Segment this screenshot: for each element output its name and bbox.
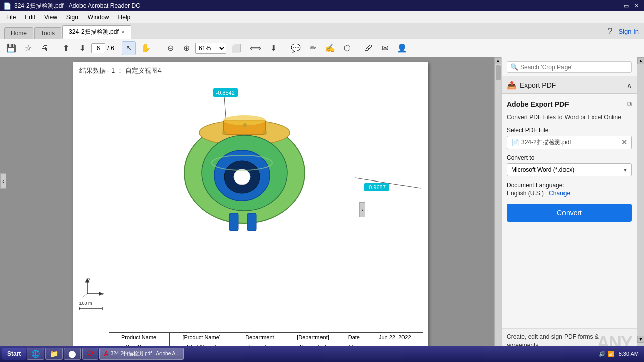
menu-window[interactable]: Window	[84, 13, 113, 22]
search-input-wrap: 🔍	[507, 61, 632, 73]
close-button[interactable]: ✕	[632, 1, 641, 10]
share-button[interactable]: 👤	[394, 41, 410, 55]
convert-select-wrap: Microsoft Word (*.docx) Microsoft Excel …	[507, 163, 632, 176]
scroll-mode-button[interactable]: ⟺	[247, 41, 264, 55]
zoom-in-button[interactable]: ⊕	[179, 41, 193, 55]
svg-point-15	[243, 123, 247, 127]
page-navigation: / 6	[91, 43, 114, 53]
right-panel: 🔍 📤 Export PDF ∧ Adobe Export PDF ⧉ Conv…	[501, 57, 637, 362]
tab-tools[interactable]: Tools	[34, 27, 61, 39]
search-input[interactable]	[520, 64, 628, 71]
page-header: 结果数据 - 1 ： 自定义视图4	[73, 62, 428, 77]
svg-rect-9	[247, 213, 256, 231]
export-collapse-button[interactable]: ∧	[627, 81, 632, 89]
department-label: Department	[234, 333, 285, 342]
mail-button[interactable]: ✉	[378, 41, 392, 55]
right-panel-scrollbar[interactable]: ▲ ▼	[637, 57, 644, 362]
right-scroll-down[interactable]: ▼	[637, 336, 644, 343]
taskbar-antivirus[interactable]: 🛡	[82, 348, 98, 360]
help-icon[interactable]: ?	[608, 26, 613, 37]
doc-language-value: English (U.S.)	[507, 190, 544, 197]
taskbar-acrobat[interactable]: A 324-2扫描检测.pdf - Adobe A...	[99, 348, 184, 360]
minimize-button[interactable]: ─	[612, 1, 621, 10]
tray-volume: 📶	[608, 351, 615, 357]
left-collapse-arrow[interactable]: ‹	[0, 173, 6, 189]
vertical-scrollbar[interactable]: ▲ ▼	[494, 57, 501, 362]
3d-model	[164, 93, 375, 304]
zoom-out-button[interactable]: ⊖	[163, 41, 177, 55]
convert-to-select[interactable]: Microsoft Word (*.docx) Microsoft Excel …	[507, 163, 632, 176]
menu-help[interactable]: Help	[114, 13, 135, 22]
prev-page-button[interactable]: ⬆	[59, 41, 73, 55]
taskbar-folder[interactable]: 📁	[45, 348, 63, 360]
title-bar: 📄 324-2扫描检测.pdf - Adobe Acrobat Reader D…	[0, 0, 644, 11]
taskbar-ie[interactable]: 🌐	[27, 348, 44, 360]
ie-icon: 🌐	[31, 350, 40, 358]
tab-close-button[interactable]: ×	[122, 29, 125, 35]
menu-view[interactable]: View	[40, 13, 61, 22]
highlight-button[interactable]: ✏	[306, 41, 320, 55]
tab-document[interactable]: 324-2扫描检测.pdf ×	[62, 25, 131, 39]
convert-button[interactable]: Convert	[507, 204, 632, 222]
toolbar-separator-1	[55, 43, 55, 54]
comment-button[interactable]: 💬	[288, 41, 304, 55]
app-icon: 📄	[3, 2, 11, 10]
fit-page-button[interactable]: ⬜	[228, 41, 245, 55]
tab-home[interactable]: Home	[4, 27, 33, 39]
zoom-select[interactable]: 61% 50% 75% 100% 125%	[195, 43, 226, 54]
print-preview-button[interactable]: 🖨	[37, 41, 51, 55]
save-button[interactable]: 💾	[3, 41, 19, 55]
menu-sign[interactable]: Sign	[62, 13, 83, 22]
scroll-up-arrow[interactable]: ▲	[495, 57, 502, 64]
sign-in-button[interactable]: Sign In	[619, 28, 639, 35]
doc-language-label: Document Language:	[507, 182, 632, 189]
file-name: 324-2扫描检测.pdf	[521, 138, 619, 147]
toolbar-separator-3	[284, 43, 284, 54]
selected-file-row: 📄 324-2扫描检测.pdf ✕	[507, 136, 632, 149]
change-language-link[interactable]: Change	[549, 190, 570, 197]
copy-icon[interactable]: ⧉	[627, 100, 632, 108]
svg-text:y: y	[88, 276, 90, 281]
clear-file-button[interactable]: ✕	[621, 138, 627, 146]
taskbar-acrobat-label: 324-2扫描检测.pdf - Adobe A...	[111, 350, 180, 357]
tab-document-label: 324-2扫描检测.pdf	[69, 28, 119, 36]
restore-button[interactable]: ▭	[622, 1, 631, 10]
menu-edit[interactable]: Edit	[21, 13, 39, 22]
scroll-down-button[interactable]: ⬇	[266, 41, 280, 55]
adobe-export-header: Adobe Export PDF ⧉	[507, 100, 632, 108]
current-page-input[interactable]	[91, 43, 105, 53]
taskbar-chrome[interactable]: ⬤	[64, 348, 81, 360]
folder-icon: 📁	[50, 350, 58, 358]
right-scroll-up[interactable]: ▲	[637, 57, 644, 64]
export-content: Adobe Export PDF ⧉ Convert PDF Files to …	[502, 94, 637, 328]
fill-sign-button[interactable]: 🖊	[362, 41, 376, 55]
scroll-thumb[interactable]	[496, 65, 501, 80]
title-bar-controls: ─ ▭ ✕	[612, 1, 641, 10]
search-box-area: 🔍	[502, 57, 637, 76]
menu-file[interactable]: File	[2, 13, 20, 22]
scale-bar	[79, 306, 105, 310]
toolbar-separator-4	[358, 43, 358, 54]
system-tray: 🔊 📶	[599, 351, 615, 357]
total-pages: 6	[111, 45, 114, 52]
toolbar: 💾 ☆ 🖨 ⬆ ⬇ / 6 ↖ ✋ ⊖ ⊕ 61% 50% 75% 100% 1…	[0, 39, 644, 57]
next-page-button[interactable]: ⬇	[75, 41, 89, 55]
export-pdf-header: 📤 Export PDF ∧	[502, 76, 637, 94]
date-value: Jun 22, 2022	[367, 333, 423, 342]
select-tool-button[interactable]: ↖	[122, 41, 136, 55]
draw-button[interactable]: ✍	[322, 41, 338, 55]
clock[interactable]: 8:30 AM	[619, 351, 639, 357]
export-title-row: 📤 Export PDF	[507, 80, 556, 90]
menu-bar: File Edit View Sign Window Help	[0, 11, 644, 23]
start-button[interactable]: Start	[2, 348, 26, 360]
doc-language-section: Document Language: English (U.S.) Change	[507, 182, 632, 197]
stamp-button[interactable]: ⬡	[340, 41, 354, 55]
right-collapse-arrow[interactable]: ›	[359, 202, 365, 217]
taskbar-right: 🔊 📶 8:30 AM	[599, 351, 642, 357]
svg-rect-8	[229, 213, 238, 231]
coordinate-system: y x 100 m	[79, 276, 105, 311]
window-title: 324-2扫描检测.pdf - Adobe Acrobat Reader DC	[14, 2, 140, 10]
hand-tool-button[interactable]: ✋	[138, 41, 154, 55]
tab-bar: Home Tools 324-2扫描检测.pdf × ? Sign In	[0, 23, 644, 39]
bookmark-button[interactable]: ☆	[21, 41, 35, 55]
